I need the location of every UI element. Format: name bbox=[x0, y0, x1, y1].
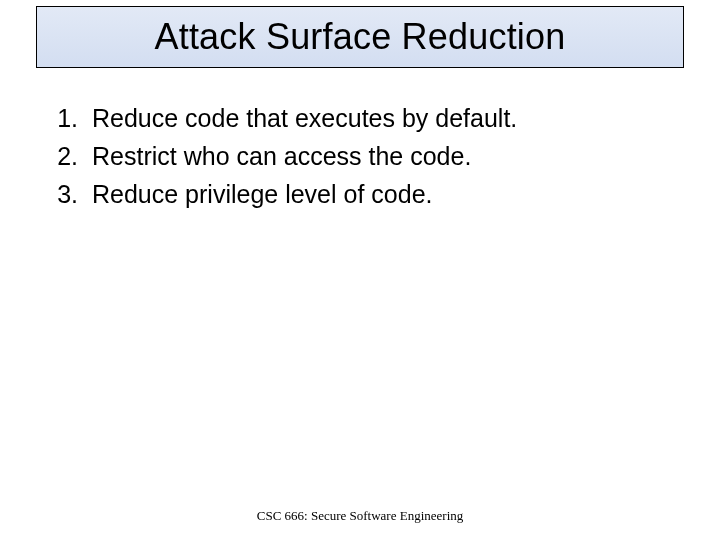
list-item: 2. Restrict who can access the code. bbox=[36, 140, 684, 174]
slide: Attack Surface Reduction 1. Reduce code … bbox=[0, 0, 720, 540]
footer-text: CSC 666: Secure Software Engineering bbox=[0, 508, 720, 524]
slide-title: Attack Surface Reduction bbox=[154, 16, 565, 58]
list-text: Reduce privilege level of code. bbox=[92, 178, 684, 212]
body-list: 1. Reduce code that executes by default.… bbox=[36, 102, 684, 215]
list-text: Reduce code that executes by default. bbox=[92, 102, 684, 136]
list-number: 2. bbox=[36, 140, 92, 174]
list-item: 3. Reduce privilege level of code. bbox=[36, 178, 684, 212]
list-item: 1. Reduce code that executes by default. bbox=[36, 102, 684, 136]
title-box: Attack Surface Reduction bbox=[36, 6, 684, 68]
list-number: 1. bbox=[36, 102, 92, 136]
list-number: 3. bbox=[36, 178, 92, 212]
list-text: Restrict who can access the code. bbox=[92, 140, 684, 174]
